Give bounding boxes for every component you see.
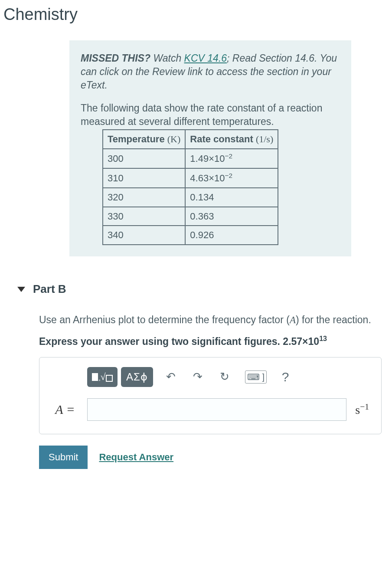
table-row: 3200.134 xyxy=(103,188,278,207)
table-header-temp: Temperature (K) xyxy=(103,130,185,149)
templates-button[interactable]: ▫√ xyxy=(87,367,118,387)
keyboard-button[interactable]: ⌨ ] xyxy=(245,370,267,384)
table-row: 3104.63×10−2 xyxy=(103,168,278,188)
rectangle-icon xyxy=(92,373,98,381)
table-row: 3400.926 xyxy=(103,226,278,245)
root-icon: ▫√ xyxy=(99,371,113,383)
temp-cell: 330 xyxy=(103,207,185,226)
reset-button[interactable]: ↻ xyxy=(216,368,234,386)
redo-button[interactable]: ↷ xyxy=(189,368,207,386)
input-row: A = s−1 xyxy=(49,398,372,421)
table-header-rate: Rate constant (1/s) xyxy=(185,130,278,149)
rate-cell: 0.926 xyxy=(185,226,278,245)
question-text: The following data show the rate constan… xyxy=(81,102,340,128)
variable-label: A = xyxy=(49,402,81,417)
question-panel: MISSED THIS? Watch KCV 14.6; Read Sectio… xyxy=(69,40,351,256)
rate-cell: 4.63×10−2 xyxy=(185,168,278,188)
express-text: Express your answer using two significan… xyxy=(39,334,382,348)
request-answer-link[interactable]: Request Answer xyxy=(99,452,173,463)
caret-down-icon xyxy=(17,287,25,292)
instruction-text: Use an Arrhenius plot to determine the f… xyxy=(39,313,382,327)
part-toggle[interactable]: Part B xyxy=(17,282,392,296)
temp-cell: 300 xyxy=(103,149,185,168)
submit-button[interactable]: Submit xyxy=(39,446,88,469)
answer-box: ▫√ ΑΣϕ ↶ ↷ ↻ ⌨ ] ? A = s−1 xyxy=(39,357,382,434)
page-title: Chemistry xyxy=(0,0,392,27)
hint-text: MISSED THIS? Watch KCV 14.6; Read Sectio… xyxy=(81,52,340,92)
data-table: Temperature (K) Rate constant (1/s) 3001… xyxy=(102,129,278,245)
temp-cell: 320 xyxy=(103,188,185,207)
rate-cell: 0.363 xyxy=(185,207,278,226)
help-button[interactable]: ? xyxy=(276,368,294,386)
toolbar: ▫√ ΑΣϕ ↶ ↷ ↻ ⌨ ] ? xyxy=(87,367,372,387)
table-row: 3001.49×10−2 xyxy=(103,149,278,168)
unit-label: s−1 xyxy=(353,402,372,417)
rate-cell: 0.134 xyxy=(185,188,278,207)
temp-cell: 310 xyxy=(103,168,185,188)
actions-row: Submit Request Answer xyxy=(39,446,382,469)
undo-button[interactable]: ↶ xyxy=(162,368,180,386)
part-body: Use an Arrhenius plot to determine the f… xyxy=(39,313,382,469)
table-row: 3300.363 xyxy=(103,207,278,226)
missed-label: MISSED THIS? xyxy=(81,52,150,64)
rate-cell: 1.49×10−2 xyxy=(185,149,278,168)
answer-input[interactable] xyxy=(87,398,346,421)
hint-watch: Watch xyxy=(150,52,184,64)
part-label: Part B xyxy=(33,282,66,296)
temp-cell: 340 xyxy=(103,226,185,245)
hint-link[interactable]: KCV 14.6 xyxy=(184,52,227,64)
symbols-button[interactable]: ΑΣϕ xyxy=(121,367,153,387)
